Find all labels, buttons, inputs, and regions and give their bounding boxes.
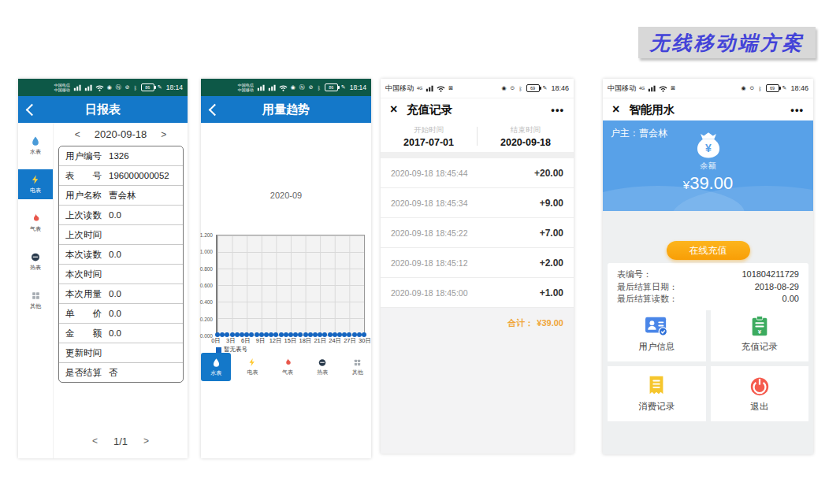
carrier-labels: 中国电信中国移动 xyxy=(238,83,254,92)
record-time: 2020-09-18 18:45:34 xyxy=(391,198,468,208)
record-row: 2020-09-18 18:45:12 +2.00 xyxy=(381,248,574,278)
tile-consume-records[interactable]: 消费记录 xyxy=(608,366,706,421)
network-type: 4G xyxy=(639,86,645,91)
record-time: 2020-09-18 18:45:00 xyxy=(391,288,468,298)
usage-chart-plot xyxy=(216,235,365,335)
phone-smart-water: 中国移动 4G ⊠ ◉ ⊙ ᛒ 69 ✎ 18:46 × 智能用水 ••• 户主… xyxy=(603,79,813,454)
end-date-picker[interactable]: 结束时间 2020-09-18 xyxy=(478,125,574,148)
carrier-label: 中国移动 xyxy=(385,83,414,94)
bluetooth-icon: ᛒ xyxy=(518,86,522,91)
row-label: 上次时间 xyxy=(65,229,102,241)
power-save-icon: ✎ xyxy=(341,84,347,91)
app-header: 日报表 xyxy=(18,96,188,123)
alarm-icon: ⊙ xyxy=(750,85,756,91)
carrier-label: 中国移动 xyxy=(608,83,636,94)
record-row: 2020-09-18 18:45:00 +1.00 xyxy=(381,278,574,308)
tab-electric-meter[interactable]: 电表 xyxy=(239,353,266,381)
close-icon[interactable]: × xyxy=(390,103,397,116)
grid-icon xyxy=(31,291,41,301)
status-time: 18:14 xyxy=(350,83,366,91)
wifi-icon xyxy=(95,84,104,91)
tab-heat-meter[interactable]: 热表 xyxy=(309,353,336,381)
alarm-icon: ⊙ xyxy=(511,85,516,91)
row-label: 是否结算 xyxy=(65,367,102,379)
table-row: 本次读数 0.0 xyxy=(59,245,183,265)
tile-exit[interactable]: 退出 xyxy=(711,366,809,421)
battery-icon: 86 xyxy=(325,83,338,91)
chart-month-title: 2020-09 xyxy=(201,191,371,200)
current-date[interactable]: 2020-09-18 xyxy=(95,128,147,140)
bluetooth-icon: ᛒ xyxy=(318,85,322,91)
sidebar-item-gas-meter[interactable]: 气表 xyxy=(18,208,53,238)
page-title: 日报表 xyxy=(18,102,188,117)
tab-other[interactable]: 其他 xyxy=(344,353,371,381)
start-date-picker[interactable]: 开始时间 2017-07-01 xyxy=(381,125,477,148)
row-label: 上次读数 xyxy=(65,209,102,221)
prev-page-button[interactable]: < xyxy=(92,435,98,447)
hourglass-icon: ⊠ xyxy=(671,85,676,91)
svg-text:¥: ¥ xyxy=(705,142,712,154)
status-time: 18:14 xyxy=(166,83,183,91)
tile-user-info[interactable]: 用户信息 xyxy=(608,306,706,361)
consume-record-icon xyxy=(646,375,667,397)
row-value: 196000000052 xyxy=(109,171,169,180)
row-value: 曹会林 xyxy=(109,190,136,202)
online-recharge-button[interactable]: 在线充值 xyxy=(667,241,750,260)
sidebar-item-other[interactable]: 其他 xyxy=(18,285,53,315)
row-value: 1326 xyxy=(109,151,129,161)
hourglass-icon: ⊠ xyxy=(448,85,454,91)
feature-tiles: 用户信息 ¥ 充值记录 消费记录 xyxy=(608,306,808,421)
status-time: 18:46 xyxy=(790,84,808,92)
power-save-icon: ✎ xyxy=(158,84,163,91)
pagination: < 1/1 > xyxy=(54,435,188,447)
usage-chart-xaxis: 0日3日6日9日12日15日18日21日24日27日30日 xyxy=(216,335,365,345)
tab-water-meter[interactable]: 水表 xyxy=(201,353,231,381)
balance-value: ¥39.00 xyxy=(683,173,733,194)
app-header: 用量趋势 xyxy=(201,96,371,123)
meter-type-tabbar: 水表 电表 气表 热表 其他 xyxy=(201,353,371,381)
row-value: 0.0 xyxy=(109,309,121,318)
info-row: 最后结算读数： 0.00 xyxy=(617,293,799,306)
sidebar-item-heat-meter[interactable]: 热表 xyxy=(18,246,53,276)
meter-info-card: 表编号： 101804211729 最后结算日期： 2018-08-29 最后结… xyxy=(608,263,808,310)
battery-icon: 86 xyxy=(141,83,154,91)
more-icon[interactable]: ••• xyxy=(551,104,564,116)
close-icon[interactable]: × xyxy=(612,103,619,116)
total-area: 合计： ¥39.00 xyxy=(381,308,574,454)
info-row: 最后结算日期： 2018-08-29 xyxy=(617,281,799,294)
date-range-filter: 开始时间 2017-07-01 结束时间 2020-09-18 xyxy=(381,120,574,152)
record-amount: +2.00 xyxy=(540,258,563,269)
prev-date-button[interactable]: < xyxy=(75,129,80,140)
next-date-button[interactable]: > xyxy=(161,129,166,140)
balance-label: 余额 xyxy=(701,161,716,172)
page-indicator: 1/1 xyxy=(113,435,128,447)
bluetooth-icon: ᛒ xyxy=(134,85,138,91)
battery-icon: 69 xyxy=(766,84,779,92)
more-icon[interactable]: ••• xyxy=(790,104,804,116)
meter-type-sidebar: 水表 电表 气表 热表 其他 xyxy=(18,123,54,458)
lightning-icon xyxy=(247,358,257,367)
status-bar: 中国电信中国移动 ◉ Ⓝ ⊘ ᛒ 86 ✎ 18:14 xyxy=(201,79,371,96)
tab-gas-meter[interactable]: 气表 xyxy=(274,353,301,381)
wifi-icon xyxy=(437,85,445,92)
row-label: 表 号 xyxy=(65,170,102,182)
status-bar: 中国移动 4G ⊠ ◉ ⊙ ᛒ 69 ✎ 18:46 xyxy=(381,79,574,98)
phone-usage-trend: 中国电信中国移动 ◉ Ⓝ ⊘ ᛒ 86 ✎ 18:14 用量趋势 2020-09… xyxy=(201,79,371,458)
signal-icon xyxy=(257,83,265,91)
nfc-icon: Ⓝ xyxy=(299,83,306,91)
next-page-button[interactable]: > xyxy=(143,435,149,447)
flame-icon xyxy=(30,213,41,224)
exit-power-icon xyxy=(749,375,771,397)
nfc-icon: Ⓝ xyxy=(116,83,122,91)
table-row: 本次时间 xyxy=(59,265,183,284)
power-save-icon: ✎ xyxy=(543,85,548,91)
table-row: 用户编号 1326 xyxy=(59,146,183,166)
row-label: 本次读数 xyxy=(65,249,102,261)
sidebar-item-electric-meter[interactable]: 电表 xyxy=(18,169,53,199)
tile-recharge-records[interactable]: ¥ 充值记录 xyxy=(711,306,809,361)
total-value: ¥39.00 xyxy=(537,318,563,328)
recharge-record-list: 2020-09-18 18:45:44 +20.00 2020-09-18 18… xyxy=(381,158,574,308)
flame-icon xyxy=(283,358,292,367)
sidebar-item-water-meter[interactable]: 水表 xyxy=(18,131,53,161)
row-label: 本次用量 xyxy=(65,288,102,300)
